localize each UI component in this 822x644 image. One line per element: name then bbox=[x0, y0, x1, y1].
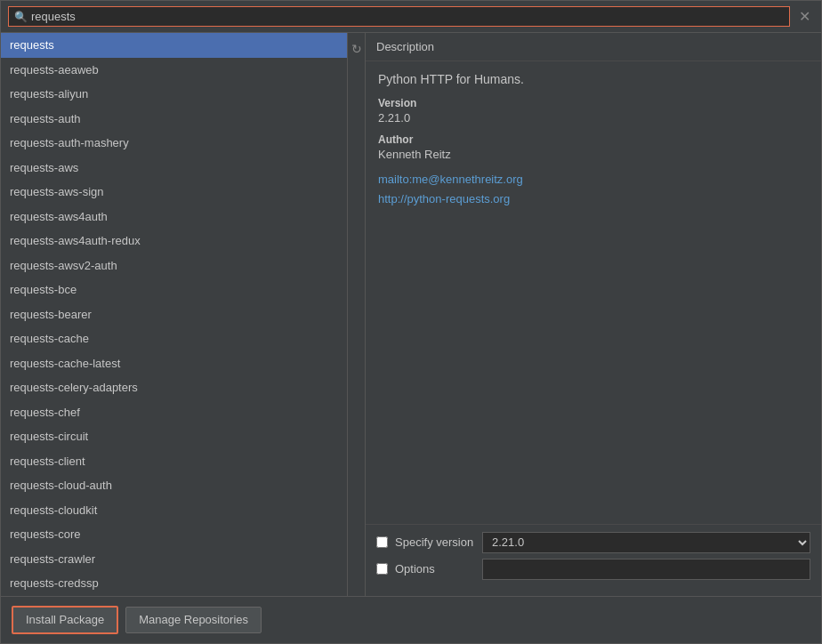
list-item[interactable]: requests-aws4auth bbox=[1, 205, 347, 229]
description-header: Description bbox=[366, 33, 821, 61]
list-item[interactable]: requests-auth-mashery bbox=[1, 131, 347, 156]
specify-version-row: Specify version 2.21.0 bbox=[376, 532, 810, 553]
description-content: Python HTTP for Humans. Version 2.21.0 A… bbox=[366, 61, 821, 524]
options-checkbox[interactable] bbox=[376, 563, 388, 575]
list-item[interactable]: requests-aws4auth-redux bbox=[1, 229, 347, 254]
list-item[interactable]: requests-bce bbox=[1, 278, 347, 302]
list-item[interactable]: requests-chef bbox=[1, 400, 347, 425]
search-wrapper: 🔍 bbox=[8, 6, 790, 27]
author-label: Author bbox=[378, 133, 809, 146]
email-link[interactable]: mailto:me@kennethreitz.org bbox=[378, 170, 809, 189]
left-panel: requestsrequests-aeawebrequests-aliyunre… bbox=[1, 33, 348, 596]
website-link[interactable]: http://python-requests.org bbox=[378, 189, 809, 209]
options-input[interactable] bbox=[482, 559, 810, 580]
author-value: Kenneth Reitz bbox=[378, 148, 809, 161]
list-item[interactable]: requests-cloudkit bbox=[1, 498, 347, 523]
list-item[interactable]: requests-aws bbox=[1, 156, 347, 181]
install-package-button[interactable]: Install Package bbox=[12, 606, 118, 634]
list-item[interactable]: requests-cache-latest bbox=[1, 351, 347, 376]
list-item[interactable]: requests-bearer bbox=[1, 302, 347, 327]
version-value: 2.21.0 bbox=[378, 111, 809, 125]
list-item[interactable]: requests-client bbox=[1, 449, 347, 474]
list-item[interactable]: requests bbox=[1, 33, 347, 58]
list-item[interactable]: requests-crawler bbox=[1, 547, 347, 572]
list-item[interactable]: requests-auth bbox=[1, 107, 347, 132]
search-bar: 🔍 ✕ bbox=[1, 1, 821, 33]
divider-refresh: ↻ bbox=[348, 33, 366, 596]
list-item[interactable]: requests-cache bbox=[1, 326, 347, 351]
list-item[interactable]: requests-celery-adapters bbox=[1, 375, 347, 400]
specify-version-checkbox[interactable] bbox=[376, 536, 388, 548]
list-item[interactable]: requests-cloud-auth bbox=[1, 473, 347, 498]
split-wrapper: requestsrequests-aeawebrequests-aliyunre… bbox=[1, 33, 821, 596]
version-label: Version bbox=[378, 97, 809, 109]
right-bottom: Specify version 2.21.0 Options bbox=[366, 524, 821, 596]
search-input[interactable] bbox=[31, 10, 784, 23]
specify-version-label: Specify version bbox=[395, 535, 475, 549]
list-item[interactable]: requests-circuit bbox=[1, 424, 347, 449]
list-item[interactable]: requests-credssp bbox=[1, 571, 347, 596]
bottom-bar: Install Package Manage Repositories bbox=[1, 596, 821, 643]
main-window: 🔍 ✕ requestsrequests-aeawebrequests-aliy… bbox=[0, 0, 822, 644]
list-item[interactable]: requests-awsv2-auth bbox=[1, 254, 347, 278]
list-item[interactable]: requests-aws-sign bbox=[1, 180, 347, 205]
options-label: Options bbox=[395, 562, 475, 576]
clear-button[interactable]: ✕ bbox=[795, 10, 814, 24]
refresh-button[interactable]: ↻ bbox=[350, 40, 364, 58]
package-description-title: Python HTTP for Humans. bbox=[378, 72, 809, 86]
list-item[interactable]: requests-core bbox=[1, 522, 347, 547]
search-icon: 🔍 bbox=[14, 11, 28, 23]
manage-repositories-button[interactable]: Manage Repositories bbox=[125, 607, 262, 633]
options-row: Options bbox=[376, 559, 810, 580]
right-panel: Description Python HTTP for Humans. Vers… bbox=[366, 33, 821, 596]
list-item[interactable]: requests-aeaweb bbox=[1, 58, 347, 83]
version-select[interactable]: 2.21.0 bbox=[482, 532, 810, 553]
list-item[interactable]: requests-aliyun bbox=[1, 82, 347, 107]
package-list: requestsrequests-aeawebrequests-aliyunre… bbox=[1, 33, 347, 596]
